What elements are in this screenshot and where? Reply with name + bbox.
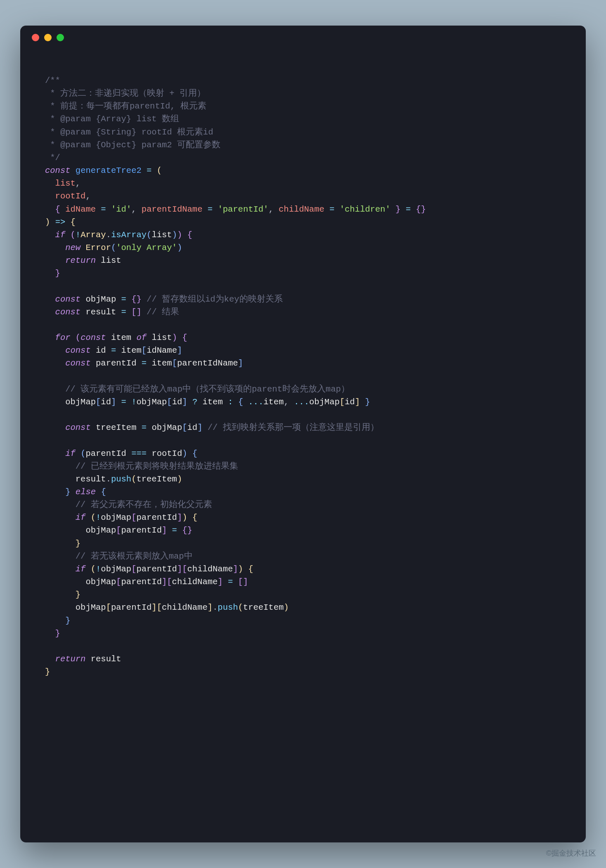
window-titlebar: [20, 26, 586, 50]
maximize-icon[interactable]: [57, 34, 64, 41]
comment-line: * 方法二：非递归实现（映射 + 引用）: [45, 89, 206, 98]
code-window: /** * 方法二：非递归实现（映射 + 引用） * 前提：每一项都有paren…: [20, 26, 586, 842]
code-block: /** * 方法二：非递归实现（映射 + 引用） * 前提：每一项都有paren…: [20, 50, 586, 695]
comment-line: * 前提：每一项都有parentId, 根元素: [45, 101, 206, 111]
comment-line: * @param {String} rootId 根元素id: [45, 127, 213, 137]
param: rootId: [55, 191, 86, 201]
close-icon[interactable]: [32, 34, 39, 41]
comment-line: */: [45, 153, 60, 163]
param: list: [55, 179, 76, 188]
comment-line: /**: [45, 76, 60, 85]
watermark-text: ©掘金技术社区: [546, 848, 596, 858]
comment-line: * @param {Array} list 数组: [45, 114, 179, 124]
fn-name: generateTree2: [76, 166, 142, 175]
minimize-icon[interactable]: [44, 34, 52, 41]
comment-line: * @param {Object} param2 可配置参数: [45, 140, 220, 150]
keyword-const: const: [45, 166, 71, 175]
